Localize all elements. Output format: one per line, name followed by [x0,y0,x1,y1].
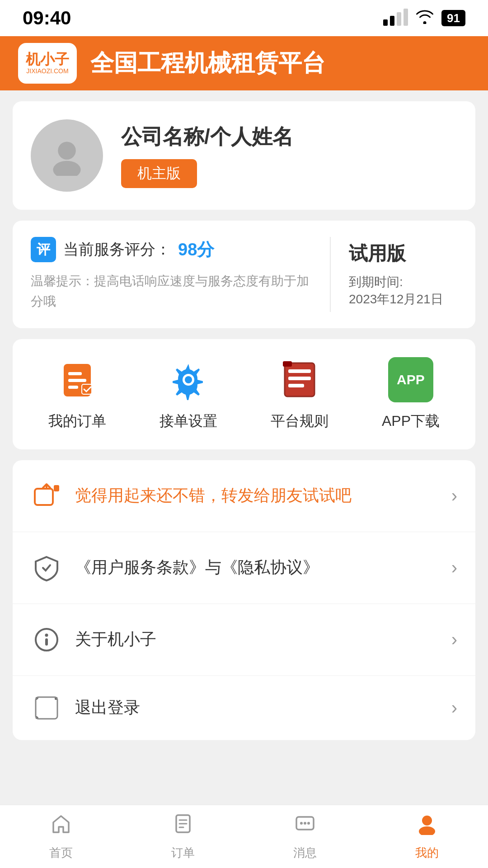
logo-sub-text: JIXIAOZI.COM [26,67,68,75]
list-card: 觉得用起来还不错，转发给朋友试试吧 › 《用户服务条款》与《隐私协议》 › [13,460,475,740]
bottom-nav: 首页 订单 消息 [0,805,488,868]
list-item-about-text: 关于机小子 [75,628,439,651]
settings-icon [166,357,211,402]
svg-rect-6 [82,384,92,394]
share-arrow-icon: › [451,486,457,506]
svg-rect-5 [68,386,78,389]
svg-rect-12 [288,369,311,373]
action-app-label: APP下载 [382,411,440,431]
score-label: 当前服务评分： [63,239,171,260]
terms-arrow-icon: › [451,557,457,578]
rules-icon [277,357,322,402]
svg-point-9 [185,376,192,383]
svg-point-32 [419,826,435,835]
svg-rect-16 [35,489,53,505]
svg-rect-13 [288,377,311,380]
action-settings-label: 接单设置 [160,411,217,431]
svg-rect-22 [36,697,57,719]
svg-point-31 [422,816,432,826]
nav-item-home[interactable]: 首页 [49,812,73,861]
status-icons: 91 [383,9,465,28]
nav-item-mine[interactable]: 我的 [415,812,439,861]
order-icon [55,357,100,402]
svg-point-19 [45,633,48,637]
svg-rect-4 [68,379,86,382]
score-right: 试用版 到期时间: 2023年12月21日 [331,237,457,312]
profile-info: 公司名称/个人姓名 机主版 [121,123,293,188]
messages-icon [294,812,316,840]
svg-rect-17 [54,485,59,491]
nav-item-messages[interactable]: 消息 [293,812,317,861]
wifi-icon [415,9,434,28]
score-left: 评 当前服务评分： 98分 温馨提示：提高电话响应速度与服务态度有助于加分哦 [31,237,331,312]
quick-actions: 我的订单 接单设置 [13,339,475,449]
svg-rect-3 [68,372,82,375]
action-app-download[interactable]: APP APP下载 [382,357,440,431]
header-title: 全国工程机械租赁平台 [90,47,325,79]
app-badge: APP [388,357,433,402]
nav-label-mine: 我的 [415,845,439,861]
logout-arrow-icon: › [451,698,457,718]
share-icon [31,480,62,512]
score-card: 评 当前服务评分： 98分 温馨提示：提高电话响应速度与服务态度有助于加分哦 试… [13,221,475,328]
info-icon [31,624,62,656]
svg-point-0 [58,142,76,160]
app-header: 机小子 JIXIAOZI.COM 全国工程机械租赁平台 [0,36,488,90]
nav-item-orders[interactable]: 订单 [171,812,195,861]
list-item-logout[interactable]: 退出登录 › [13,676,475,740]
svg-rect-20 [45,638,48,646]
nav-label-home: 首页 [49,845,73,861]
shield-icon [31,552,62,584]
avatar [31,119,103,192]
list-item-terms-text: 《用户服务条款》与《隐私协议》 [75,557,439,579]
action-settings[interactable]: 接单设置 [160,357,217,431]
profile-name: 公司名称/个人姓名 [121,123,293,151]
score-icon: 评 [31,237,56,262]
about-arrow-icon: › [451,629,457,650]
list-item-share[interactable]: 觉得用起来还不错，转发给朋友试试吧 › [13,460,475,532]
action-rules[interactable]: 平台规则 [271,357,328,431]
score-hint: 温馨提示：提高电话响应速度与服务态度有助于加分哦 [31,271,312,312]
svg-point-1 [53,161,80,176]
trial-title: 试用版 [349,241,457,266]
status-time: 09:40 [23,7,71,29]
expire-label: 到期时间: [349,274,457,291]
list-item-terms[interactable]: 《用户服务条款》与《隐私协议》 › [13,532,475,604]
action-orders[interactable]: 我的订单 [48,357,106,431]
logo-main-text: 机小子 [26,52,69,66]
main-content: 公司名称/个人姓名 机主版 评 当前服务评分： 98分 温馨提示：提高电话响应速… [0,90,488,834]
app-download-icon: APP [388,357,433,402]
expire-date: 2023年12月21日 [349,291,457,308]
svg-point-30 [307,822,310,825]
role-badge: 机主版 [121,159,197,188]
nav-label-messages: 消息 [293,845,317,861]
mine-icon [416,812,438,840]
list-item-logout-text: 退出登录 [75,697,439,719]
signal-icon [383,10,408,26]
nav-label-orders: 订单 [171,845,195,861]
exit-icon [31,692,62,724]
action-orders-label: 我的订单 [48,411,106,431]
svg-point-29 [304,822,306,825]
list-item-share-text: 觉得用起来还不错，转发给朋友试试吧 [75,485,439,507]
list-item-about[interactable]: 关于机小子 › [13,604,475,676]
svg-rect-15 [283,361,292,367]
app-logo: 机小子 JIXIAOZI.COM [18,43,77,84]
battery-icon: 91 [441,10,465,26]
status-bar: 09:40 91 [0,0,488,36]
score-top: 评 当前服务评分： 98分 [31,237,312,262]
profile-card: 公司名称/个人姓名 机主版 [13,101,475,210]
orders-icon [172,812,194,840]
svg-rect-14 [288,384,304,387]
action-rules-label: 平台规则 [271,411,328,431]
home-icon [50,812,72,840]
score-value: 98分 [178,238,214,261]
svg-point-28 [300,822,303,825]
